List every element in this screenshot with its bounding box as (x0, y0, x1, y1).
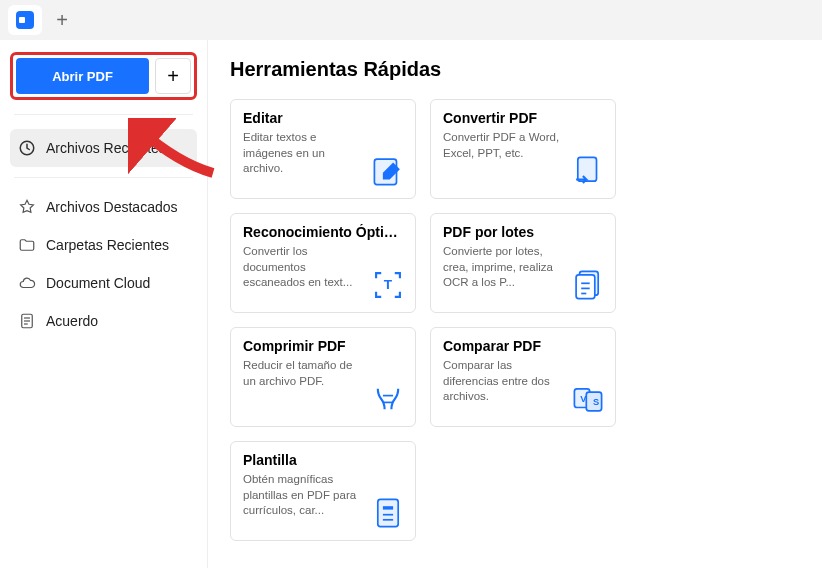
app-tab[interactable] (8, 5, 42, 35)
svg-rect-19 (378, 499, 398, 526)
tool-card-ocr[interactable]: Reconocimiento Óptic... Convertir los do… (230, 213, 416, 313)
card-title: Convertir PDF (443, 110, 603, 126)
card-desc: Obtén magníficas plantillas en PDF para … (243, 472, 363, 519)
card-desc: Comparar las diferencias entre dos archi… (443, 358, 563, 405)
clock-icon (18, 139, 36, 157)
ocr-icon: T (371, 268, 405, 302)
card-desc: Editar textos e imágenes en un archivo. (243, 130, 363, 177)
sidebar-item-agree[interactable]: Acuerdo (10, 302, 197, 340)
batch-icon (571, 268, 605, 302)
sidebar-item-label: Archivos Destacados (46, 199, 178, 215)
open-pdf-button[interactable]: Abrir PDF (16, 58, 149, 94)
folder-icon (18, 236, 36, 254)
sidebar-item-recent[interactable]: Archivos Recientes (10, 129, 197, 167)
card-title: Plantilla (243, 452, 403, 468)
divider (14, 177, 193, 178)
sidebar-item-label: Carpetas Recientes (46, 237, 169, 253)
sidebar-nav: Archivos RecientesArchivos DestacadosCar… (10, 129, 197, 340)
convert-icon (571, 154, 605, 188)
template-icon (371, 496, 405, 530)
card-title: Comprimir PDF (243, 338, 403, 354)
tab-bar: + (0, 0, 822, 40)
sidebar: Abrir PDF + Archivos RecientesArchivos D… (0, 40, 208, 568)
card-desc: Reducir el tamaño de un archivo PDF. (243, 358, 363, 389)
svg-text:V: V (580, 394, 587, 404)
card-desc: Convierte por lotes, crea, imprime, real… (443, 244, 563, 291)
star-icon (18, 198, 36, 216)
sidebar-item-label: Document Cloud (46, 275, 150, 291)
svg-text:S: S (593, 397, 599, 407)
tool-card-edit[interactable]: Editar Editar textos e imágenes en un ar… (230, 99, 416, 199)
sidebar-item-folders[interactable]: Carpetas Recientes (10, 226, 197, 264)
card-title: Comparar PDF (443, 338, 603, 354)
tool-card-compare[interactable]: Comparar PDF Comparar las diferencias en… (430, 327, 616, 427)
sidebar-item-cloud[interactable]: Document Cloud (10, 264, 197, 302)
tools-heading: Herramientas Rápidas (230, 58, 800, 81)
create-pdf-button[interactable]: + (155, 58, 191, 94)
svg-text:T: T (384, 277, 393, 292)
svg-rect-20 (383, 506, 393, 509)
svg-rect-6 (578, 157, 597, 181)
svg-rect-9 (576, 275, 595, 299)
cloud-icon (18, 274, 36, 292)
tool-card-convert[interactable]: Convertir PDF Convertir PDF a Word, Exce… (430, 99, 616, 199)
tool-card-batch[interactable]: PDF por lotes Convierte por lotes, crea,… (430, 213, 616, 313)
compress-icon (371, 382, 405, 416)
tool-card-compress[interactable]: Comprimir PDF Reducir el tamaño de un ar… (230, 327, 416, 427)
sidebar-item-starred[interactable]: Archivos Destacados (10, 188, 197, 226)
document-icon (18, 312, 36, 330)
app-logo-icon (16, 11, 34, 29)
compare-icon: VS (571, 382, 605, 416)
edit-icon (371, 154, 405, 188)
card-title: PDF por lotes (443, 224, 603, 240)
new-tab-button[interactable]: + (50, 8, 74, 32)
card-title: Reconocimiento Óptic... (243, 224, 403, 240)
sidebar-item-label: Archivos Recientes (46, 140, 166, 156)
tool-cards: Editar Editar textos e imágenes en un ar… (230, 99, 800, 541)
open-pdf-highlight: Abrir PDF + (10, 52, 197, 100)
card-desc: Convertir PDF a Word, Excel, PPT, etc. (443, 130, 563, 161)
card-title: Editar (243, 110, 403, 126)
sidebar-item-label: Acuerdo (46, 313, 98, 329)
card-desc: Convertir los documentos escaneados en t… (243, 244, 363, 291)
main-content: Herramientas Rápidas Editar Editar texto… (208, 40, 822, 568)
tool-card-template[interactable]: Plantilla Obtén magníficas plantillas en… (230, 441, 416, 541)
divider (14, 114, 193, 115)
